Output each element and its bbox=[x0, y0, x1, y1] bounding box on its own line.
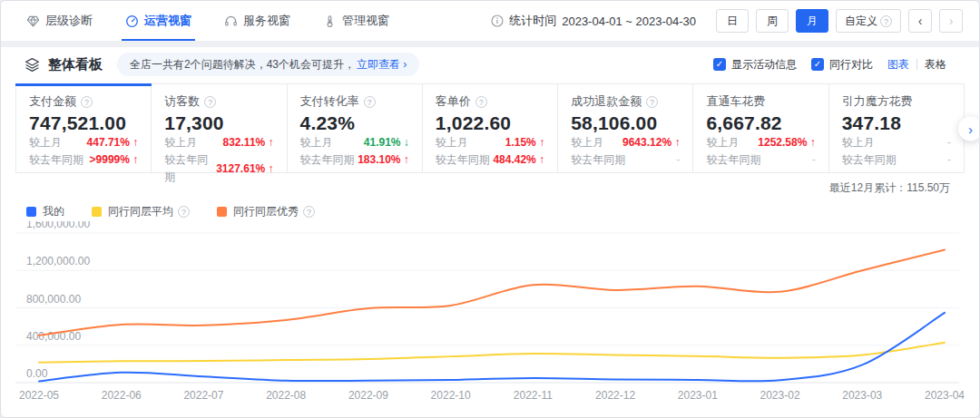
kpi-mom-row: 较上月 1.15% ↑ bbox=[436, 134, 544, 151]
kpi-card-value: 4.23% bbox=[300, 112, 409, 134]
kpi-card-title-text: 支付转化率 bbox=[300, 93, 359, 110]
nav-tab-label: 运营视窗 bbox=[144, 13, 191, 29]
range-buttons: 日 周 月 bbox=[716, 9, 828, 33]
y-tick-label: 1,200,000.00 bbox=[26, 255, 90, 267]
y-tick-label: 800,000.00 bbox=[26, 293, 81, 306]
kpi-yoy-row: 较去年同期 - bbox=[706, 151, 815, 169]
help-circle-icon[interactable] bbox=[81, 96, 93, 108]
legend-item-我的[interactable]: 我的 bbox=[26, 204, 64, 219]
view-chart-option[interactable]: 图表 bbox=[887, 57, 909, 73]
checkbox-checked-icon[interactable] bbox=[811, 58, 824, 71]
x-tick-label: 2022-09 bbox=[348, 389, 388, 402]
toggle-显示活动信息[interactable]: 显示活动信息 bbox=[713, 57, 797, 73]
kpi-yoy-label: 较去年同期 bbox=[436, 151, 490, 169]
custom-range-button[interactable]: 自定义 bbox=[836, 9, 901, 33]
kpi-card-title-text: 直通车花费 bbox=[706, 93, 765, 110]
nav-tab-label: 服务视窗 bbox=[243, 13, 290, 29]
issues-notice-pill: 全店一共有2个问题待解决，43个机会可提升， 立即查看 › bbox=[117, 53, 419, 76]
kpi-mom-label: 较上月 bbox=[436, 134, 468, 151]
kpi-mom-value: 9643.12% ↑ bbox=[622, 134, 680, 151]
kpi-card-成功退款金额[interactable]: 成功退款金额 58,106.00 较上月 9643.12% ↑ 较去年同期 - bbox=[558, 84, 693, 172]
kpi-card-访客数[interactable]: 访客数 17,300 较上月 832.11% ↑ 较去年同期 3127.61% … bbox=[152, 84, 287, 172]
nav-tab-label: 管理视窗 bbox=[342, 13, 389, 29]
kpi-mom-value: 832.11% ↑ bbox=[223, 134, 274, 151]
kpi-card-引力魔方花费[interactable]: 引力魔方花费 347.18 较上月 - 较去年同期 - bbox=[829, 84, 964, 172]
cards-next-button[interactable]: › bbox=[958, 116, 980, 141]
help-circle-icon[interactable] bbox=[646, 96, 658, 108]
kpi-card-value: 6,667.82 bbox=[706, 112, 815, 134]
kpi-yoy-row: 较去年同期 484.42% ↑ bbox=[436, 151, 544, 169]
nav-tab-运营视窗[interactable]: 运营视窗 bbox=[125, 1, 191, 41]
x-tick-label: 2022-05 bbox=[19, 389, 59, 402]
kpi-card-title: 直通车花费 bbox=[706, 93, 815, 110]
toggle-同行对比[interactable]: 同行对比 bbox=[811, 57, 873, 73]
notice-view-link[interactable]: 立即查看 › bbox=[357, 57, 407, 73]
y-tick-label: 0.00 bbox=[26, 367, 48, 380]
nav-tab-服务视窗[interactable]: 服务视窗 bbox=[224, 1, 290, 41]
nav-tab-层级诊断[interactable]: 层级诊断 bbox=[26, 1, 93, 41]
kpi-yoy-label: 较去年同期 bbox=[164, 151, 216, 186]
help-circle-icon bbox=[880, 15, 892, 27]
kpi-mom-row: 较上月 - bbox=[842, 134, 951, 151]
toggle-label: 同行对比 bbox=[829, 57, 873, 73]
kpi-mom-row: 较上月 41.91% ↓ bbox=[300, 134, 409, 151]
kpi-card-title: 支付转化率 bbox=[300, 93, 409, 110]
kpi-yoy-label: 较去年同期 bbox=[29, 151, 83, 169]
kpi-yoy-label: 较去年同期 bbox=[571, 151, 625, 169]
range-button-周[interactable]: 周 bbox=[756, 9, 789, 33]
kpi-yoy-row: 较去年同期 - bbox=[571, 151, 680, 169]
legend-swatch bbox=[217, 207, 227, 217]
help-circle-icon[interactable] bbox=[204, 96, 216, 108]
x-tick-label: 2023-03 bbox=[842, 389, 882, 402]
kpi-mom-value: - bbox=[947, 134, 951, 151]
legend-swatch bbox=[26, 207, 36, 217]
kpi-card-客单价[interactable]: 客单价 1,022.60 较上月 1.15% ↑ 较去年同期 484.42% ↑ bbox=[423, 84, 558, 172]
legend-swatch bbox=[92, 207, 102, 217]
x-tick-label: 2022-06 bbox=[102, 389, 142, 402]
kpi-card-支付金额[interactable]: 支付金额 747,521.00 较上月 447.71% ↑ 较去年同期 >999… bbox=[16, 84, 152, 172]
view-table-option[interactable]: 表格 bbox=[925, 57, 946, 73]
legend-label: 同行同层优秀 bbox=[233, 204, 299, 219]
y-tick-label: 400,000.00 bbox=[26, 330, 81, 343]
nav-tab-管理视窗[interactable]: 管理视窗 bbox=[323, 1, 389, 41]
legend-item-同行同层优秀[interactable]: 同行同层优秀 bbox=[217, 204, 315, 219]
help-circle-icon[interactable] bbox=[364, 96, 376, 108]
range-button-日[interactable]: 日 bbox=[716, 9, 749, 33]
checkbox-checked-icon[interactable] bbox=[713, 58, 726, 71]
nav-tab-label: 层级诊断 bbox=[45, 13, 93, 29]
kpi-card-title-text: 引力魔方花费 bbox=[842, 93, 913, 110]
kpi-yoy-row: 较去年同期 3127.61% ↑ bbox=[164, 151, 273, 186]
legend-item-同行同层平均[interactable]: 同行同层平均 bbox=[92, 204, 190, 219]
kpi-mom-label: 较上月 bbox=[29, 134, 62, 151]
kpi-card-title: 成功退款金额 bbox=[571, 93, 680, 110]
section-divider bbox=[1, 41, 979, 47]
kpi-yoy-value: - bbox=[812, 151, 816, 169]
thermometer-icon bbox=[323, 15, 337, 28]
board-title-text: 整体看板 bbox=[48, 56, 103, 73]
x-tick-label: 2023-04 bbox=[925, 389, 965, 402]
pager-next-button[interactable]: › bbox=[939, 9, 963, 33]
x-tick-label: 2022-10 bbox=[431, 389, 471, 402]
legend-label: 同行同层平均 bbox=[108, 204, 173, 219]
kpi-mom-value: 1252.58% ↑ bbox=[758, 134, 815, 151]
stat-time-label: 统计时间 bbox=[509, 13, 556, 29]
kpi-card-支付转化率[interactable]: 支付转化率 4.23% 较上月 41.91% ↓ 较去年同期 183.10% ↑ bbox=[288, 84, 423, 172]
range-button-月[interactable]: 月 bbox=[796, 9, 828, 33]
view-switch-divider bbox=[916, 59, 917, 70]
kpi-mom-row: 较上月 832.11% ↑ bbox=[164, 134, 273, 151]
top-nav-bar: 层级诊断 运营视窗 服务视窗 管理视窗 统计时间 2023-04-01 ~ 20… bbox=[1, 1, 979, 41]
kpi-card-title: 引力魔方花费 bbox=[842, 93, 951, 110]
kpi-card-直通车花费[interactable]: 直通车花费 6,667.82 较上月 1252.58% ↑ 较去年同期 - bbox=[693, 84, 828, 172]
kpi-card-value: 347.18 bbox=[842, 112, 951, 134]
x-tick-label: 2022-11 bbox=[514, 389, 553, 402]
toggle-label: 显示活动信息 bbox=[731, 57, 797, 73]
kpi-mom-value: 41.91% ↓ bbox=[364, 134, 409, 151]
kpi-yoy-value: 484.42% ↑ bbox=[493, 151, 544, 169]
kpi-mom-row: 较上月 1252.58% ↑ bbox=[706, 134, 815, 151]
nav-tabs: 层级诊断 运营视窗 服务视窗 管理视窗 bbox=[26, 1, 389, 41]
pager-prev-button[interactable]: ‹ bbox=[908, 9, 932, 33]
help-circle-icon[interactable] bbox=[475, 96, 487, 108]
last-12m-summary: 最近12月累计：115.50万 bbox=[1, 173, 979, 196]
board-header-right: 显示活动信息 同行对比 图表 表格 bbox=[713, 57, 946, 73]
gem-icon bbox=[26, 15, 40, 28]
